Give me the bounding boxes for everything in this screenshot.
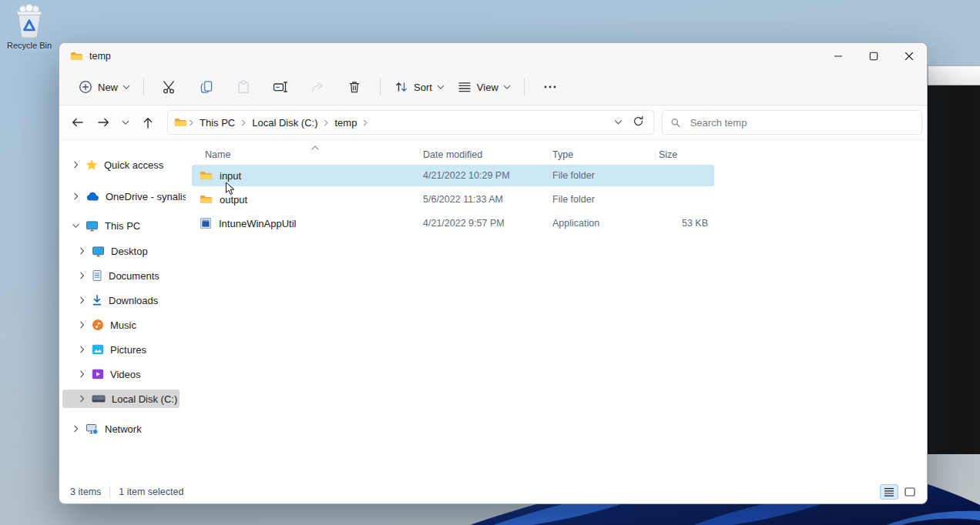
- this-pc-monitor-icon: [86, 220, 99, 232]
- large-icons-view-toggle[interactable]: [901, 484, 919, 500]
- recycle-bin-shortcut[interactable]: Recycle Bin: [6, 4, 52, 50]
- chevron-right-icon[interactable]: [76, 321, 87, 329]
- sidebar-item-quick-access[interactable]: Quick access: [62, 155, 180, 174]
- video-icon: [92, 369, 104, 380]
- sidebar-item-label: Music: [110, 319, 136, 331]
- new-button[interactable]: New: [72, 75, 136, 99]
- maximize-button[interactable]: [856, 43, 891, 69]
- forward-button[interactable]: [90, 111, 116, 134]
- sidebar-item-network[interactable]: Network: [62, 420, 180, 438]
- sidebar-item-label: Desktop: [111, 246, 148, 257]
- chevron-right-icon[interactable]: [76, 247, 87, 255]
- music-note-icon: [92, 319, 104, 331]
- up-button[interactable]: [135, 111, 161, 134]
- details-view-toggle[interactable]: [880, 484, 898, 500]
- cut-button[interactable]: [151, 74, 188, 100]
- share-button[interactable]: [299, 74, 336, 100]
- background-window-content: [928, 85, 980, 454]
- plus-circle-icon: [79, 80, 92, 94]
- file-date-modified: 5/6/2022 11:33 AM: [421, 194, 551, 205]
- copy-button[interactable]: [188, 74, 225, 100]
- chevron-right-icon[interactable]: [76, 272, 87, 279]
- column-header-type[interactable]: Type: [551, 149, 656, 161]
- breadcrumb-this-pc[interactable]: This PC: [195, 115, 240, 131]
- chevron-down-icon: [614, 119, 623, 125]
- chevron-right-icon[interactable]: [76, 370, 87, 378]
- close-button[interactable]: [891, 43, 927, 69]
- chevron-down-icon: [122, 119, 129, 125]
- search-box[interactable]: [662, 110, 922, 135]
- sidebar-item-label: Documents: [109, 270, 159, 282]
- recent-locations-button[interactable]: [116, 111, 135, 134]
- new-button-label: New: [98, 82, 118, 93]
- desktop-monitor-icon: [92, 246, 105, 257]
- breadcrumb-local-disk[interactable]: Local Disk (C:): [247, 115, 322, 131]
- file-size: 53 KB: [656, 218, 714, 229]
- view-button[interactable]: View: [451, 76, 517, 98]
- breadcrumb-separator-icon: [324, 119, 328, 126]
- background-window-titlebar: [928, 65, 980, 85]
- view-toggles: [880, 484, 919, 500]
- sidebar-item-label: Network: [105, 423, 142, 435]
- chevron-right-icon[interactable]: [70, 161, 81, 169]
- sidebar-item-onedrive[interactable]: OneDrive - synalis sy: [62, 187, 180, 206]
- column-header-date-modified[interactable]: Date modified: [421, 149, 551, 161]
- file-row-output[interactable]: output 5/6/2022 11:33 AM File folder: [192, 189, 714, 210]
- background-window[interactable]: [928, 65, 980, 454]
- address-bar[interactable]: This PC Local Disk (C:) temp: [167, 110, 654, 135]
- sidebar-item-local-disk-c[interactable]: Local Disk (C:): [62, 390, 180, 408]
- chevron-right-icon[interactable]: [76, 346, 87, 353]
- folder-icon: [200, 194, 213, 205]
- chevron-right-icon[interactable]: [70, 192, 81, 200]
- sidebar-item-pictures[interactable]: Pictures: [62, 340, 180, 359]
- minimize-button[interactable]: [821, 43, 856, 69]
- chevron-right-icon[interactable]: [76, 395, 87, 403]
- recycle-bin-label: Recycle Bin: [6, 41, 52, 50]
- address-bar-actions: [615, 115, 647, 129]
- sort-button[interactable]: Sort: [388, 76, 451, 98]
- more-options-button[interactable]: [532, 74, 569, 100]
- address-dropdown-button[interactable]: [615, 117, 622, 129]
- delete-button[interactable]: [336, 74, 373, 100]
- chevron-expanded-icon[interactable]: [70, 222, 81, 229]
- sidebar-item-downloads[interactable]: Downloads: [62, 291, 180, 309]
- sidebar-item-documents[interactable]: Documents: [62, 266, 180, 285]
- paste-button[interactable]: [225, 74, 262, 100]
- window-controls: [821, 43, 927, 69]
- refresh-button[interactable]: [633, 115, 644, 129]
- arrow-up-icon: [143, 116, 153, 129]
- column-header-name[interactable]: Name: [192, 149, 421, 161]
- folder-icon: [70, 51, 83, 62]
- onedrive-cloud-icon: [86, 192, 99, 202]
- share-icon: [310, 81, 324, 93]
- chevron-down-icon: [503, 84, 511, 90]
- cut-icon: [162, 80, 177, 94]
- large-icons-view-icon: [904, 487, 915, 497]
- details-view-icon: [884, 487, 894, 497]
- chevron-right-icon[interactable]: [70, 425, 81, 433]
- sidebar-item-desktop[interactable]: Desktop: [62, 242, 180, 260]
- file-row-intunewinapputil[interactable]: IntuneWinAppUtil 4/21/2022 9:57 PM Appli…: [192, 212, 714, 234]
- sort-icon: [394, 81, 408, 93]
- maximize-icon: [869, 52, 878, 61]
- sidebar-item-label: Pictures: [110, 344, 146, 356]
- search-input[interactable]: [689, 116, 914, 129]
- file-type: File folder: [551, 194, 656, 205]
- file-date-modified: 4/21/2022 10:29 PM: [421, 170, 551, 181]
- back-button[interactable]: [64, 111, 90, 134]
- sidebar-item-this-pc[interactable]: This PC: [62, 216, 180, 235]
- sidebar-item-music[interactable]: Music: [62, 316, 180, 334]
- file-date-modified: 4/21/2022 9:57 PM: [421, 218, 551, 229]
- rename-button[interactable]: [262, 74, 299, 100]
- titlebar[interactable]: temp: [59, 43, 927, 69]
- refresh-icon: [633, 115, 644, 127]
- chevron-right-icon[interactable]: [76, 296, 87, 304]
- sidebar-item-videos[interactable]: Videos: [62, 365, 180, 383]
- column-header-size[interactable]: Size: [656, 149, 714, 161]
- file-row-input[interactable]: input 4/21/2022 10:29 PM File folder: [192, 165, 714, 186]
- breadcrumb-temp[interactable]: temp: [330, 115, 361, 131]
- navigation-pane: Quick access OneDrive - synalis sy This …: [59, 140, 186, 480]
- explorer-main: Quick access OneDrive - synalis sy This …: [59, 140, 927, 480]
- file-name: IntuneWinAppUtil: [219, 218, 296, 229]
- close-icon: [904, 52, 914, 61]
